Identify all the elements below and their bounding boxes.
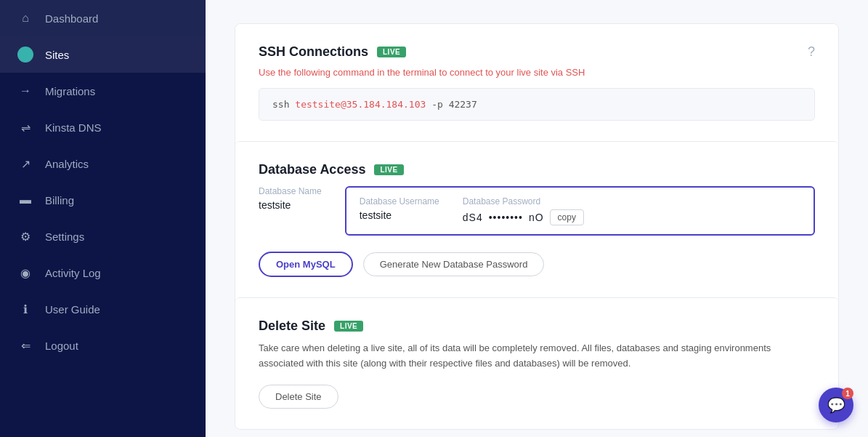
copy-password-button[interactable]: copy bbox=[550, 209, 584, 225]
sidebar-item-billing[interactable]: ▬ Billing bbox=[0, 182, 206, 218]
billing-icon: ▬ bbox=[17, 192, 33, 208]
sidebar-item-sites[interactable]: ● Sites bbox=[0, 36, 206, 73]
sidebar-item-settings[interactable]: ⚙ Settings bbox=[0, 218, 206, 254]
database-section-header: Database Access LIVE bbox=[259, 162, 815, 177]
database-section: Database Access LIVE Database Name tests… bbox=[235, 141, 838, 297]
content-wrapper: SSH Connections LIVE ? Use the following… bbox=[235, 23, 839, 430]
database-live-badge: LIVE bbox=[374, 164, 403, 175]
db-password-group: Database Password dS4 •••••••• nO copy bbox=[463, 196, 584, 225]
main-content: SSH Connections LIVE ? Use the following… bbox=[206, 0, 868, 437]
db-password-masked: •••••••• bbox=[489, 212, 523, 223]
sidebar-item-dashboard[interactable]: ⌂ Dashboard bbox=[0, 0, 206, 36]
generate-password-button[interactable]: Generate New Database Password bbox=[363, 252, 545, 276]
delete-section: Delete Site LIVE Take care when deleting… bbox=[235, 297, 838, 429]
dashboard-icon: ⌂ bbox=[17, 10, 33, 26]
sidebar-item-migrations[interactable]: → Migrations bbox=[0, 73, 206, 109]
ssh-command-box: ssh testsite@35.184.184.103 -p 42237 bbox=[259, 88, 815, 121]
db-credentials-box: Database Username testsite Database Pass… bbox=[345, 186, 815, 236]
db-password-label: Database Password bbox=[463, 196, 584, 207]
help-icon[interactable]: ? bbox=[808, 44, 815, 60]
delete-site-button[interactable]: Delete Site bbox=[259, 385, 338, 409]
sidebar-item-analytics[interactable]: ↗ Analytics bbox=[0, 145, 206, 182]
database-btn-row: Open MySQL Generate New Database Passwor… bbox=[259, 252, 815, 277]
chat-badge: 1 bbox=[842, 388, 853, 399]
ssh-cmd-port-flag: -p bbox=[426, 99, 448, 110]
ssh-section-header: SSH Connections LIVE ? bbox=[259, 44, 815, 60]
sidebar-item-kinsta-dns[interactable]: ⇌ Kinsta DNS bbox=[0, 109, 206, 145]
db-password-partial: dS4 bbox=[463, 212, 483, 223]
kinsta-dns-icon: ⇌ bbox=[17, 119, 33, 135]
sidebar-item-label: Kinsta DNS bbox=[45, 121, 102, 134]
ssh-cmd-port: 42237 bbox=[449, 99, 477, 110]
sidebar-item-label: User Guide bbox=[45, 303, 100, 316]
delete-section-title: Delete Site bbox=[259, 318, 325, 334]
db-password-row: dS4 •••••••• nO copy bbox=[463, 209, 584, 225]
sidebar-item-label: Billing bbox=[45, 194, 74, 207]
delete-description: Take care when deleting a live site, all… bbox=[259, 341, 815, 372]
sidebar-item-user-guide[interactable]: ℹ User Guide bbox=[0, 291, 206, 327]
database-fields: Database Name testsite Database Username… bbox=[259, 186, 815, 236]
database-section-title: Database Access bbox=[259, 162, 365, 177]
analytics-icon: ↗ bbox=[17, 156, 33, 172]
ssh-cmd-user-host: testsite@35.184.184.103 bbox=[295, 99, 426, 110]
sidebar-item-label: Settings bbox=[45, 230, 84, 243]
db-username-group: Database Username testsite bbox=[360, 196, 439, 221]
sidebar-item-activity-log[interactable]: ◉ Activity Log bbox=[0, 254, 206, 291]
sidebar-item-label: Activity Log bbox=[45, 267, 101, 279]
sidebar-item-label: Logout bbox=[45, 340, 78, 352]
open-mysql-button[interactable]: Open MySQL bbox=[259, 252, 353, 277]
settings-icon: ⚙ bbox=[17, 228, 33, 244]
ssh-live-badge: LIVE bbox=[377, 47, 406, 57]
migrations-icon: → bbox=[17, 83, 33, 99]
ssh-cmd-prefix: ssh bbox=[272, 99, 295, 110]
sidebar-item-label: Analytics bbox=[45, 158, 89, 170]
db-name-group: Database Name testsite bbox=[259, 186, 322, 211]
sites-icon: ● bbox=[17, 47, 33, 63]
activity-log-icon: ◉ bbox=[17, 265, 33, 281]
logout-icon: ⇐ bbox=[17, 337, 33, 353]
db-password-end: nO bbox=[529, 212, 544, 223]
ssh-instruction: Use the following command in the termina… bbox=[259, 67, 815, 78]
sidebar-item-label: Migrations bbox=[45, 85, 95, 97]
db-name-value: testsite bbox=[259, 199, 322, 211]
chat-icon: 💬 bbox=[827, 396, 845, 414]
sidebar-item-label: Dashboard bbox=[45, 12, 98, 25]
ssh-section: SSH Connections LIVE ? Use the following… bbox=[235, 24, 838, 141]
db-username-label: Database Username bbox=[360, 196, 439, 207]
sidebar: ⌂ Dashboard ● Sites → Migrations ⇌ Kinst… bbox=[0, 0, 206, 437]
db-username-value: testsite bbox=[360, 209, 439, 221]
ssh-section-title: SSH Connections bbox=[259, 44, 368, 60]
user-guide-icon: ℹ bbox=[17, 301, 33, 317]
sidebar-item-logout[interactable]: ⇐ Logout bbox=[0, 327, 206, 364]
delete-live-badge: LIVE bbox=[334, 321, 363, 332]
sidebar-item-label: Sites bbox=[45, 49, 69, 61]
db-name-label: Database Name bbox=[259, 186, 322, 196]
delete-section-header: Delete Site LIVE bbox=[259, 318, 815, 334]
chat-widget[interactable]: 💬 1 bbox=[819, 388, 853, 422]
